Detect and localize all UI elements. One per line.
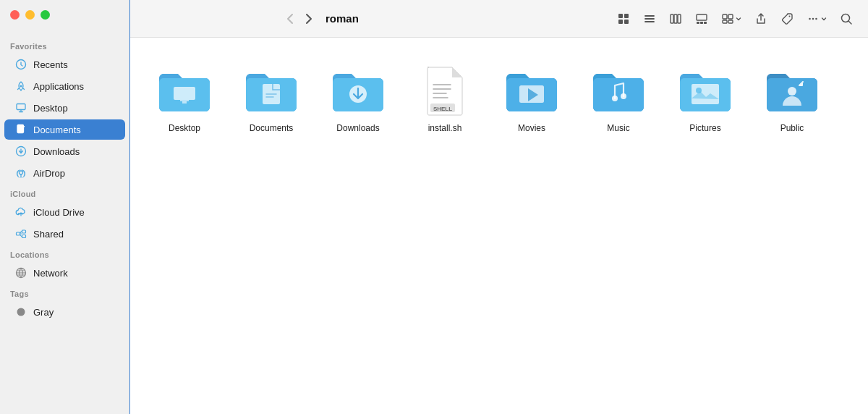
sidebar-item-downloads[interactable]: Downloads	[4, 141, 125, 161]
svg-rect-7	[22, 235, 26, 238]
grid-view-button[interactable]	[612, 9, 635, 29]
svg-point-28	[815, 17, 817, 20]
folder-icon-documents	[242, 62, 300, 120]
back-button[interactable]	[282, 10, 298, 28]
download-icon	[14, 145, 27, 158]
svg-rect-12	[618, 20, 623, 24]
svg-point-38	[612, 96, 618, 101]
svg-rect-10	[618, 14, 623, 18]
rocket-icon	[14, 80, 27, 93]
folder-icon-pictures	[676, 62, 734, 120]
sidebar-item-gray-tag[interactable]: Gray	[4, 302, 125, 322]
shared-icon	[14, 227, 27, 240]
search-button[interactable]	[835, 9, 858, 29]
svg-rect-30	[174, 87, 195, 100]
sidebar-item-airdrop[interactable]: AirDrop	[4, 163, 125, 183]
close-button[interactable]	[10, 10, 20, 20]
svg-rect-17	[697, 14, 707, 20]
svg-rect-40	[692, 84, 719, 104]
column-view-button[interactable]	[664, 9, 687, 29]
maximize-button[interactable]	[41, 10, 50, 20]
main-content: roman	[130, 0, 868, 414]
svg-point-27	[812, 17, 814, 20]
folder-icon-movies	[503, 62, 561, 120]
sidebar: Favorites Recents Applications	[0, 0, 130, 414]
svg-rect-22	[728, 14, 733, 19]
gray-dot-icon	[14, 305, 27, 318]
sidebar-item-recents-label: Recents	[33, 59, 68, 70]
sidebar-item-applications[interactable]: Applications	[4, 76, 125, 96]
svg-rect-15	[674, 14, 677, 23]
file-label-movies: Movies	[518, 123, 545, 135]
file-item-documents[interactable]: Documents	[239, 58, 304, 139]
file-label-documents: Documents	[250, 123, 294, 135]
svg-rect-5	[17, 232, 20, 235]
file-label-public: Public	[780, 123, 804, 135]
svg-text:SHELL: SHELL	[433, 106, 452, 112]
svg-rect-24	[728, 20, 733, 23]
gallery-view-button[interactable]	[690, 9, 713, 29]
clock-icon	[14, 58, 27, 71]
toolbar: roman	[130, 0, 868, 38]
svg-point-25	[789, 15, 791, 17]
folder-icon-downloads	[329, 62, 387, 120]
svg-rect-32	[182, 101, 187, 104]
file-item-movies[interactable]: Movies	[499, 58, 564, 139]
sidebar-item-documents[interactable]: Documents	[4, 119, 125, 140]
sidebar-item-downloads-label: Downloads	[33, 146, 80, 157]
svg-point-42	[788, 87, 796, 96]
file-label-pictures: Pictures	[689, 123, 720, 135]
more-button[interactable]	[801, 9, 832, 29]
sidebar-item-recents[interactable]: Recents	[4, 54, 125, 75]
file-item-pictures[interactable]: Pictures	[673, 58, 738, 139]
file-label-downloads: Downloads	[336, 123, 379, 135]
folder-icon-desktop	[156, 62, 213, 120]
svg-rect-14	[671, 14, 673, 23]
file-item-install-sh[interactable]: SHELL install.sh	[412, 58, 477, 139]
forward-button[interactable]	[301, 10, 317, 28]
file-item-public[interactable]: Public	[760, 58, 825, 139]
file-grid: Desktop Documents	[130, 38, 868, 414]
minimize-button[interactable]	[25, 10, 35, 20]
sidebar-item-shared[interactable]: Shared	[4, 224, 125, 244]
share-button[interactable]	[749, 9, 773, 29]
toolbar-icons	[612, 9, 858, 29]
svg-point-39	[621, 93, 626, 99]
tag-button[interactable]	[775, 9, 799, 29]
locations-label: Locations	[0, 245, 129, 262]
svg-rect-23	[723, 20, 727, 23]
sidebar-item-shared-label: Shared	[33, 229, 64, 240]
group-by-button[interactable]	[716, 9, 746, 29]
folder-icon-public	[763, 62, 821, 120]
favorites-label: Favorites	[0, 36, 129, 54]
airdrop-icon	[14, 166, 27, 179]
svg-rect-16	[678, 14, 681, 23]
document-icon	[14, 123, 27, 136]
file-item-music[interactable]: Music	[586, 58, 651, 139]
svg-rect-21	[723, 14, 727, 19]
file-label-music: Music	[607, 123, 629, 135]
sidebar-item-applications-label: Applications	[33, 81, 84, 92]
svg-rect-31	[180, 100, 189, 101]
file-item-downloads[interactable]: Downloads	[326, 58, 391, 139]
list-view-button[interactable]	[638, 9, 661, 29]
network-icon	[14, 266, 27, 279]
svg-rect-13	[624, 20, 629, 24]
svg-point-9	[17, 308, 25, 316]
file-label-desktop: Desktop	[169, 123, 200, 135]
desktop-icon	[14, 101, 27, 114]
shell-script-icon: SHELL	[416, 62, 474, 120]
sidebar-item-icloud-drive[interactable]: iCloud Drive	[4, 202, 125, 222]
svg-rect-19	[700, 22, 703, 24]
svg-rect-2	[17, 104, 25, 110]
sidebar-item-gray-label: Gray	[33, 307, 54, 318]
tags-label: Tags	[0, 284, 129, 301]
folder-icon-music	[590, 62, 647, 120]
file-item-desktop[interactable]: Desktop	[152, 58, 217, 139]
file-label-install-sh: install.sh	[428, 123, 462, 135]
icloud-label: iCloud	[0, 184, 129, 201]
sidebar-item-desktop[interactable]: Desktop	[4, 98, 125, 118]
svg-rect-18	[697, 22, 699, 24]
sidebar-item-documents-label: Documents	[33, 124, 81, 135]
sidebar-item-network[interactable]: Network	[4, 263, 125, 283]
